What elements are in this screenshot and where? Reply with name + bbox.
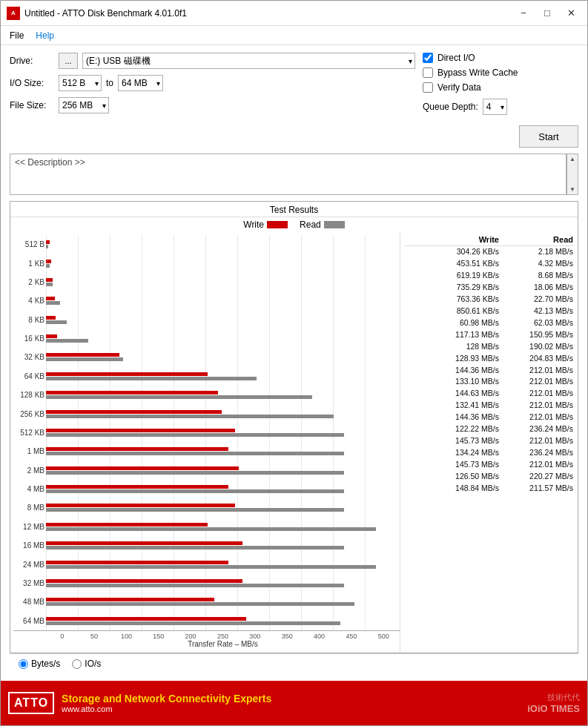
io-size-row: I/O Size: 512 B to 64 MB <box>10 75 415 91</box>
write-value: 134.24 MB/s <box>429 447 499 459</box>
data-row: 134.24 MB/s236.24 MB/s <box>405 447 573 459</box>
x-tick: 300 <box>239 633 271 640</box>
bypass-cache-checkbox[interactable] <box>423 67 433 78</box>
data-row: 148.84 MB/s211.57 MB/s <box>405 483 573 495</box>
bar-row: 512 KB <box>46 427 397 438</box>
verify-data-row: Verify Data <box>423 82 578 93</box>
data-row: 128.93 MB/s204.83 MB/s <box>405 353 573 365</box>
footer: ATTO Storage and Network Connectivity Ex… <box>1 681 587 725</box>
write-bar <box>46 297 55 300</box>
scroll-down-icon[interactable]: ▼ <box>569 186 575 193</box>
queue-depth-label: Queue Depth: <box>423 102 478 112</box>
close-button[interactable]: ✕ <box>561 5 581 22</box>
drive-select[interactable]: (E:) USB 磁碟機 <box>82 53 415 69</box>
write-bar <box>46 316 56 320</box>
read-value: 212.01 MB/s <box>506 388 573 400</box>
bar-container <box>46 240 397 250</box>
write-value: 619.19 KB/s <box>429 270 499 282</box>
write-bar <box>46 260 51 263</box>
io-size-from-select[interactable]: 512 B <box>59 75 102 91</box>
x-tick: 150 <box>142 633 174 640</box>
write-value: 850.61 KB/s <box>429 306 499 317</box>
col-read-header: Read <box>506 235 573 244</box>
x-tick: 450 <box>335 633 367 640</box>
read-bar <box>46 339 88 343</box>
bytes-radio[interactable] <box>19 659 28 669</box>
description-text: << Description >> <box>15 157 85 168</box>
bytes-radio-item[interactable]: Bytes/s <box>19 659 60 669</box>
menu-file[interactable]: File <box>4 29 30 42</box>
bar-label: 12 MB <box>13 523 44 531</box>
bar-label: 32 MB <box>13 579 44 587</box>
bar-container <box>46 277 397 287</box>
write-bar <box>46 485 228 489</box>
bar-row: 2 KB <box>46 277 397 287</box>
write-bar <box>46 372 208 376</box>
bar-label: 1 MB <box>13 447 44 455</box>
bottom-panel: Bytes/s IO/s <box>10 653 578 673</box>
write-bar <box>46 353 119 357</box>
read-bar <box>46 508 344 512</box>
bar-row: 128 KB <box>46 390 397 400</box>
bar-label: 16 KB <box>13 334 44 343</box>
browse-button[interactable]: ... <box>59 53 78 69</box>
bypass-cache-label[interactable]: Bypass Write Cache <box>437 67 518 78</box>
footer-watermark: 技術代代 iOiO TIMES <box>527 692 580 714</box>
io-radio-item[interactable]: IO/s <box>72 659 101 669</box>
read-bar <box>46 320 67 324</box>
direct-io-checkbox[interactable] <box>423 53 433 63</box>
drive-select-wrapper: (E:) USB 磁碟機 <box>82 53 415 69</box>
write-value: 128.93 MB/s <box>429 353 499 365</box>
write-value: 148.84 MB/s <box>429 483 499 495</box>
read-value: 212.01 MB/s <box>506 435 573 447</box>
read-bar <box>46 565 376 569</box>
data-row: 144.36 MB/s212.01 MB/s <box>405 365 573 377</box>
read-bar <box>46 452 344 455</box>
legend-write-label: Write <box>243 220 264 230</box>
data-row: 117.13 MB/s150.95 MB/s <box>405 329 573 341</box>
read-bar <box>46 489 344 493</box>
x-tick: 200 <box>174 633 206 640</box>
io-label: IO/s <box>85 659 101 669</box>
menu-bar: File Help <box>1 26 587 45</box>
x-tick: 50 <box>78 633 110 640</box>
write-value: 145.73 MB/s <box>429 435 499 447</box>
io-radio[interactable] <box>72 659 82 669</box>
read-value: 2.18 MB/s <box>506 246 573 258</box>
read-value: 42.13 MB/s <box>506 306 573 317</box>
bar-container <box>46 521 397 532</box>
write-bar <box>46 466 239 470</box>
minimize-button[interactable]: − <box>513 5 534 22</box>
direct-io-label[interactable]: Direct I/O <box>437 53 475 63</box>
io-size-to-select[interactable]: 64 MB <box>118 75 163 91</box>
data-rows: 304.26 KB/s2.18 MB/s453.51 KB/s4.32 MB/s… <box>405 246 573 651</box>
menu-help[interactable]: Help <box>30 29 60 42</box>
description-scrollbar[interactable]: ▲ ▼ <box>566 154 578 195</box>
left-controls: Drive: ... (E:) USB 磁碟機 I/O Size: 512 B <box>10 53 415 148</box>
data-row: 128 MB/s190.02 MB/s <box>405 341 573 353</box>
queue-depth-wrapper: 4 <box>483 99 507 115</box>
write-bar <box>46 240 50 244</box>
legend-read-color <box>324 221 345 228</box>
scroll-up-icon[interactable]: ▲ <box>569 156 575 162</box>
verify-data-label[interactable]: Verify Data <box>437 82 481 93</box>
x-axis: 050100150200250300350400450500 <box>13 630 400 640</box>
bar-row: 64 MB <box>46 616 397 626</box>
bar-container <box>46 296 397 306</box>
write-value: 122.22 MB/s <box>429 423 499 435</box>
data-row: 144.63 MB/s212.01 MB/s <box>405 388 573 400</box>
maximize-button[interactable]: □ <box>537 5 558 22</box>
queue-depth-select[interactable]: 4 <box>483 99 507 115</box>
bar-label: 4 MB <box>13 485 44 493</box>
bar-label: 8 KB <box>13 316 44 324</box>
footer-url: www.atto.com <box>62 704 271 713</box>
file-size-wrapper: 256 MB <box>59 97 109 113</box>
verify-data-checkbox[interactable] <box>423 82 433 93</box>
io-size-to-wrapper: 64 MB <box>118 75 163 91</box>
file-size-select[interactable]: 256 MB <box>59 97 109 113</box>
start-button[interactable]: Start <box>519 125 578 148</box>
read-value: 220.27 MB/s <box>506 471 573 483</box>
write-value: 126.50 MB/s <box>429 471 499 483</box>
read-value: 212.01 MB/s <box>506 365 573 377</box>
x-tick: 0 <box>46 633 78 640</box>
